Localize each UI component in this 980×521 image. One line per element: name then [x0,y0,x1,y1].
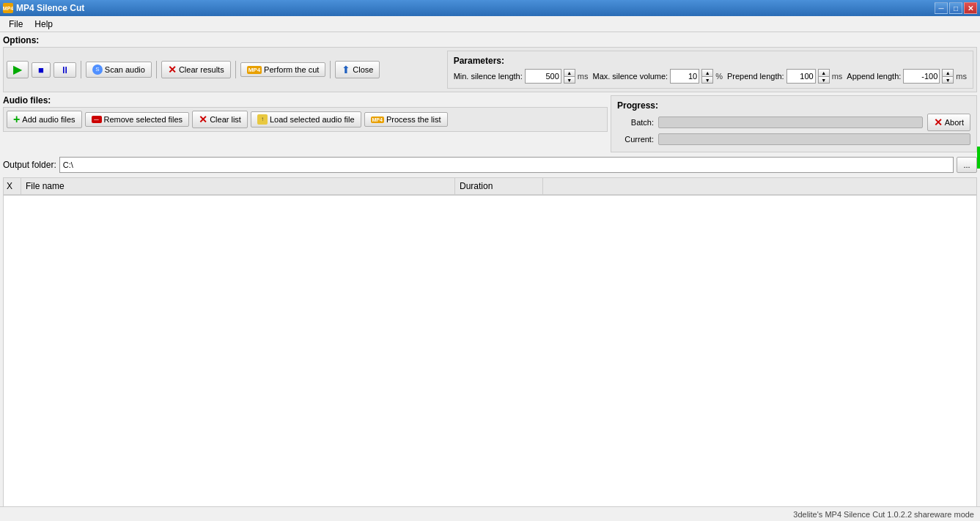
append-input[interactable] [903,69,940,84]
col-header-extra [543,178,976,194]
options-label: Options: [3,35,977,45]
progress-label: Progress: [617,100,970,111]
file-list-header: X File name Duration [4,178,976,196]
close-icon: ⬆ [342,64,350,75]
min-silence-group: Min. silence length: ▲ ▼ ms [454,69,589,84]
min-silence-up[interactable]: ▲ [564,69,575,76]
audio-files-area: Audio files: + Add audio files ─ Remove … [3,95,608,132]
max-silence-vol-spinner: ▲ ▼ [701,69,713,84]
file-list: X File name Duration [3,177,977,507]
status-bar: 3delite's MP4 Silence Cut 1.0.2.2 sharew… [0,506,980,521]
title-bar-controls: ─ □ ✕ [935,2,977,14]
play-button[interactable]: ▶ [7,61,29,78]
close-window-button[interactable]: ✕ [964,2,977,14]
perform-cut-icon: MP4 [247,66,262,74]
output-folder-row: Output folder: ... [3,155,977,174]
audio-toolbar: + Add audio files ─ Remove selected file… [3,107,608,132]
options-toolbar: ▶ ■ ⏸ S Scan audio ✕ Clear results [3,47,977,92]
prepend-label: Prepend length: [727,72,784,81]
stop-button[interactable]: ■ [32,62,51,78]
menu-bar: File Help [0,16,980,32]
menu-help[interactable]: Help [29,18,59,31]
load-audio-file-label: Load selected audio file [270,115,355,124]
window-title: MP4 Silence Cut [16,3,84,13]
audio-files-label: Audio files: [3,95,608,106]
append-unit: ms [956,72,967,81]
prepend-down[interactable]: ▼ [818,76,830,84]
remove-icon: ─ [92,116,102,123]
max-silence-vol-input[interactable] [670,69,699,84]
col-header-duration: Duration [455,178,543,194]
clear-results-button[interactable]: ✕ Clear results [161,61,231,78]
max-silence-vol-up[interactable]: ▲ [701,69,713,76]
perform-cut-button[interactable]: MP4 Perform the cut [240,62,326,77]
append-label: Append length: [847,72,901,81]
append-up[interactable]: ▲ [942,69,954,76]
min-silence-spinner: ▲ ▼ [564,69,575,84]
current-label: Current: [617,135,654,144]
add-audio-files-button[interactable]: + Add audio files [7,111,82,128]
append-down[interactable]: ▼ [942,76,954,84]
title-bar: MP4 MP4 Silence Cut ─ □ ✕ [0,0,980,16]
current-progress-row: Current: [617,133,970,145]
maximize-button[interactable]: □ [949,2,962,14]
clear-list-button[interactable]: ✕ Clear list [192,111,248,128]
abort-icon: ✕ [934,117,943,128]
minimize-button[interactable]: ─ [935,2,948,14]
parameters-row: Min. silence length: ▲ ▼ ms Max. silence… [454,69,967,84]
current-progress-bar [658,133,970,145]
min-silence-label: Min. silence length: [454,72,523,81]
menu-file[interactable]: File [3,18,29,31]
add-icon: + [13,114,20,125]
batch-progress-bar [658,117,923,128]
load-icon: ↑ [257,114,268,125]
title-bar-left: MP4 MP4 Silence Cut [3,3,84,13]
min-silence-down[interactable]: ▼ [564,76,575,84]
close-button[interactable]: ⬆ Close [335,61,380,78]
abort-button[interactable]: ✕ Abort [927,114,970,131]
col-header-x: X [4,178,21,194]
max-silence-vol-label: Max. silence volume: [592,72,668,81]
max-silence-vol-group: Max. silence volume: ▲ ▼ % [592,69,723,84]
prepend-spinner: ▲ ▼ [818,69,830,84]
perform-cut-label: Perform the cut [264,65,319,74]
separator-4 [330,61,331,78]
pause-icon: ⏸ [60,65,70,75]
output-folder-input[interactable] [59,157,954,173]
append-spinner: ▲ ▼ [942,69,954,84]
process-list-button[interactable]: MP4 Process the list [364,112,448,127]
clear-list-icon: ✕ [199,114,207,125]
parameters-label: Parameters: [454,56,967,66]
abort-label: Abort [945,118,964,127]
col-header-filename: File name [21,178,455,194]
min-silence-input[interactable] [525,69,561,84]
batch-label: Batch: [617,118,654,127]
output-browse-button[interactable]: ... [957,157,977,173]
load-audio-file-button[interactable]: ↑ Load selected audio file [251,111,361,128]
add-audio-files-label: Add audio files [22,115,75,124]
separator-3 [235,61,236,78]
prepend-unit: ms [832,72,843,81]
clear-results-icon: ✕ [168,64,177,75]
stop-icon: ■ [38,65,44,75]
separator-1 [81,61,81,78]
main-content: Options: ▶ ■ ⏸ S Scan audio ✕ [0,32,980,510]
output-folder-label: Output folder: [3,160,56,170]
file-list-body [4,196,976,489]
progress-section: Progress: Batch: ✕ Abort Current: [611,95,977,152]
scan-audio-label: Scan audio [105,65,145,74]
pause-button[interactable]: ⏸ [54,62,76,78]
prepend-up[interactable]: ▲ [818,69,830,76]
play-icon: ▶ [13,64,22,75]
remove-selected-files-button[interactable]: ─ Remove selected files [85,112,190,127]
prepend-input[interactable] [786,69,816,84]
scan-audio-button[interactable]: S Scan audio [86,62,152,78]
app-icon: MP4 [3,3,13,13]
green-indicator [977,147,980,169]
max-silence-vol-down[interactable]: ▼ [701,76,713,84]
remove-selected-files-label: Remove selected files [104,115,183,124]
options-section: Options: ▶ ■ ⏸ S Scan audio ✕ [3,35,977,92]
status-text: 3delite's MP4 Silence Cut 1.0.2.2 sharew… [793,510,974,519]
batch-progress-row: Batch: ✕ Abort [617,114,970,131]
max-silence-vol-unit: % [715,72,723,81]
